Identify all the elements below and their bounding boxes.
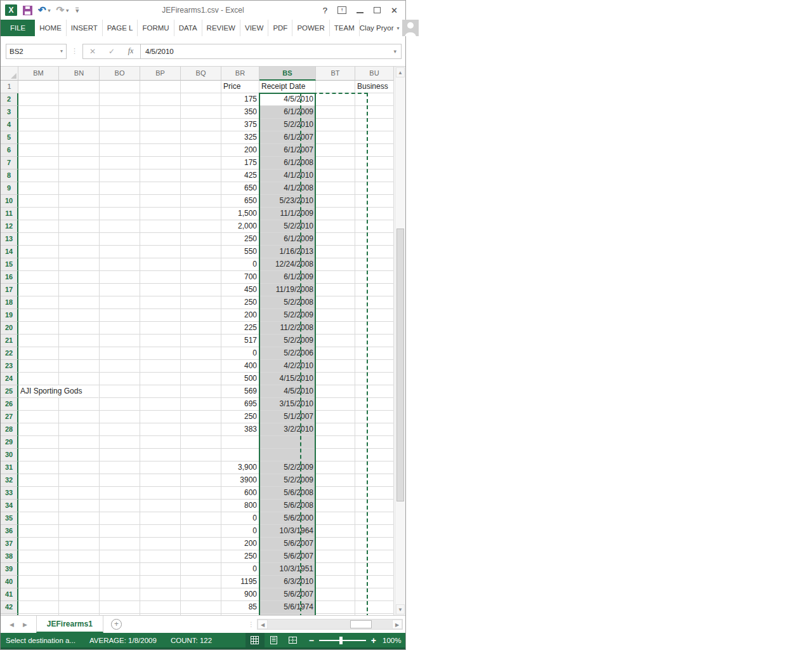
cell-BR6[interactable]: 200 [221, 144, 259, 157]
cell-BT1[interactable] [316, 81, 355, 93]
cell-BM14[interactable] [18, 246, 59, 258]
cell-BQ42[interactable] [181, 601, 221, 614]
cell-BM27[interactable] [18, 411, 59, 423]
cell-BT35[interactable] [316, 512, 355, 525]
maximize-icon[interactable] [374, 7, 381, 13]
minimize-icon[interactable] [357, 12, 363, 13]
cell-BT19[interactable] [316, 309, 355, 322]
cell-BQ11[interactable] [181, 208, 221, 220]
cell-BT6[interactable] [316, 144, 355, 157]
cell-BR7[interactable]: 175 [221, 157, 259, 169]
ribbon-tab-view[interactable]: VIEW [240, 20, 268, 36]
column-header-BO[interactable]: BO [100, 67, 140, 81]
cell-BS31[interactable]: 5/2/2009 [259, 461, 316, 474]
cell-BM2[interactable] [18, 93, 59, 106]
cell-BQ15[interactable] [181, 258, 221, 271]
cell-BQ9[interactable] [181, 182, 221, 195]
cell-BO6[interactable] [100, 144, 140, 157]
cell-BP40[interactable] [140, 576, 181, 588]
cell-BQ22[interactable] [181, 347, 221, 360]
cell-BO17[interactable] [100, 284, 140, 296]
cell-BM41[interactable] [18, 588, 59, 601]
prev-sheet-icon[interactable]: ◀ [10, 621, 14, 628]
cell-BM17[interactable] [18, 284, 59, 296]
cell-BR26[interactable]: 695 [221, 398, 259, 411]
cell-BN20[interactable] [59, 322, 100, 335]
cell-BO42[interactable] [100, 601, 140, 614]
cell-BO10[interactable] [100, 195, 140, 208]
row-header-12[interactable]: 12 [1, 220, 18, 233]
cell-BT9[interactable] [316, 182, 355, 195]
cell-BN7[interactable] [59, 157, 100, 169]
cell-BT12[interactable] [316, 220, 355, 233]
cell-BS12[interactable]: 5/2/2010 [259, 220, 316, 233]
cell-BN5[interactable] [59, 131, 100, 144]
cell-BP4[interactable] [140, 119, 181, 131]
cell-BM8[interactable] [18, 169, 59, 182]
row-header-34[interactable]: 34 [1, 500, 18, 512]
cell-BR18[interactable]: 250 [221, 296, 259, 309]
cell-BO33[interactable] [100, 487, 140, 500]
cell-BP8[interactable] [140, 169, 181, 182]
cell-BT36[interactable] [316, 525, 355, 538]
undo-dropdown-icon[interactable]: ▾ [48, 8, 51, 13]
cell-BP26[interactable] [140, 398, 181, 411]
cell-BQ24[interactable] [181, 373, 221, 385]
cell-BN29[interactable] [59, 436, 100, 449]
cell-BS15[interactable]: 12/24/2008 [259, 258, 316, 271]
cell-BP20[interactable] [140, 322, 181, 335]
cell-BU31[interactable] [355, 461, 394, 474]
cell-BR39[interactable]: 0 [221, 563, 259, 576]
cell-BM37[interactable] [18, 538, 59, 550]
cell-BO24[interactable] [100, 373, 140, 385]
cell-BP7[interactable] [140, 157, 181, 169]
cell-BP42[interactable] [140, 601, 181, 614]
cell-BQ10[interactable] [181, 195, 221, 208]
cell-BQ33[interactable] [181, 487, 221, 500]
cell-BO26[interactable] [100, 398, 140, 411]
cell-BR2[interactable]: 175 [221, 93, 259, 106]
cell-BQ35[interactable] [181, 512, 221, 525]
cell-BO4[interactable] [100, 119, 140, 131]
cell-BP37[interactable] [140, 538, 181, 550]
name-box[interactable]: BS2 ▾ [6, 44, 67, 59]
row-header-40[interactable]: 40 [1, 576, 18, 588]
cell-BR29[interactable] [221, 436, 259, 449]
row-header-29[interactable]: 29 [1, 436, 18, 449]
cell-BP33[interactable] [140, 487, 181, 500]
cell-BP25[interactable] [140, 385, 181, 398]
ribbon-tab-formu[interactable]: FORMU [138, 20, 174, 36]
cell-BM39[interactable] [18, 563, 59, 576]
cell-BU36[interactable] [355, 525, 394, 538]
cell-BS6[interactable]: 6/1/2007 [259, 144, 316, 157]
cell-BS38[interactable]: 5/6/2007 [259, 550, 316, 563]
row-header-20[interactable]: 20 [1, 322, 18, 335]
cell-BR14[interactable]: 550 [221, 246, 259, 258]
cell-BT11[interactable] [316, 208, 355, 220]
cell-BS10[interactable]: 5/23/2010 [259, 195, 316, 208]
cell-BS40[interactable]: 6/3/2010 [259, 576, 316, 588]
cell-BO11[interactable] [100, 208, 140, 220]
cell-BO21[interactable] [100, 335, 140, 347]
cell-BN11[interactable] [59, 208, 100, 220]
cell-BS27[interactable]: 5/1/2007 [259, 411, 316, 423]
cell-BN3[interactable] [59, 106, 100, 119]
row-header-17[interactable]: 17 [1, 284, 18, 296]
cell-BN10[interactable] [59, 195, 100, 208]
cell-BR28[interactable]: 383 [221, 423, 259, 436]
cell-BN4[interactable] [59, 119, 100, 131]
cell-BO16[interactable] [100, 271, 140, 284]
row-header-27[interactable]: 27 [1, 411, 18, 423]
vertical-scroll-thumb[interactable] [396, 229, 404, 501]
cell-BM15[interactable] [18, 258, 59, 271]
cell-BN27[interactable] [59, 411, 100, 423]
cell-BU28[interactable] [355, 423, 394, 436]
cell-BT34[interactable] [316, 500, 355, 512]
cell-BS5[interactable]: 6/1/2007 [259, 131, 316, 144]
row-header-23[interactable]: 23 [1, 360, 18, 373]
cell-BR32[interactable]: 3900 [221, 474, 259, 487]
cell-BQ23[interactable] [181, 360, 221, 373]
cell-BM5[interactable] [18, 131, 59, 144]
cell-BN32[interactable] [59, 474, 100, 487]
row-header-3[interactable]: 3 [1, 106, 18, 119]
